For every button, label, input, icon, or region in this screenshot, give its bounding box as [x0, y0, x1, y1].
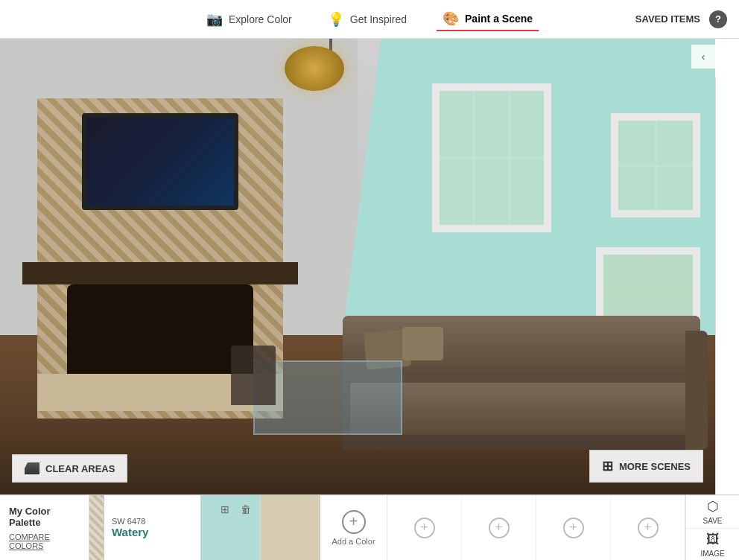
- save-icon: ⬡: [707, 498, 719, 515]
- palette-label-area: My Color Palette COMPARE COLORS: [0, 495, 89, 560]
- throw-pillow: [402, 327, 443, 360]
- swatch-info-panel: SW 6478 Watery ⊞ 🗑: [104, 495, 200, 560]
- palette-right-buttons: ⬡ SAVE 🖼 IMAGE: [685, 495, 739, 560]
- palette-icon: 🎨: [443, 10, 459, 27]
- window-pane: [475, 159, 508, 225]
- window-pane: [650, 255, 694, 291]
- window-center: [432, 83, 551, 232]
- nav-inspired[interactable]: 💡 Get Inspired: [322, 8, 413, 31]
- clear-areas-label: CLEAR AREAS: [45, 463, 115, 474]
- compare-colors-link[interactable]: COMPARE COLORS: [9, 532, 80, 550]
- fireplace-mantel: [22, 262, 298, 284]
- image-icon: 🖼: [706, 532, 720, 547]
- room-background[interactable]: CLEAR AREAS ⊞ MORE SCENES: [0, 39, 715, 494]
- palette-action-buttons: [715, 77, 739, 560]
- empty-plus-icon-4: +: [638, 518, 659, 538]
- sidebar-swatches: ‹: [691, 39, 715, 494]
- nav-inspired-label: Get Inspired: [350, 13, 407, 25]
- window-pane: [475, 91, 508, 156]
- save-button[interactable]: ⬡ SAVE: [686, 495, 739, 529]
- save-label: SAVE: [703, 517, 723, 525]
- camera-icon: 📷: [206, 11, 223, 28]
- window-pane: [440, 159, 472, 225]
- more-scenes-button[interactable]: ⊞ MORE SCENES: [589, 450, 703, 483]
- nav-explore[interactable]: 📷 Explore Color: [200, 8, 298, 31]
- clear-areas-button[interactable]: CLEAR AREAS: [12, 454, 127, 483]
- empty-plus-icon-2: +: [489, 518, 510, 538]
- empty-plus-icon-1: +: [414, 518, 435, 538]
- empty-swatch-4[interactable]: +: [611, 495, 685, 560]
- nav-paint-label: Paint a Scene: [465, 13, 533, 25]
- window-pane: [657, 121, 694, 165]
- add-color-label: Add a Color: [332, 537, 375, 546]
- tv-screen: [86, 118, 234, 206]
- chair: [231, 346, 276, 405]
- nav-explore-label: Explore Color: [229, 13, 292, 25]
- image-label: IMAGE: [700, 550, 724, 558]
- bulb-icon: 💡: [328, 11, 344, 28]
- main-area: CLEAR AREAS ⊞ MORE SCENES ‹: [0, 39, 739, 560]
- add-color-icon: +: [342, 510, 366, 534]
- window-pane: [440, 91, 472, 156]
- app-header: 📷 Explore Color 💡 Get Inspired 🎨 Paint a…: [0, 0, 739, 39]
- fireplace-opening: [67, 284, 253, 374]
- swatch-grid-button[interactable]: ⊞: [217, 501, 233, 518]
- saved-items-button[interactable]: SAVED ITEMS: [635, 13, 700, 25]
- chandelier: [285, 46, 344, 91]
- empty-swatch-2[interactable]: +: [462, 495, 536, 560]
- window-pane: [618, 167, 655, 211]
- swatch-code: SW 6478: [112, 517, 193, 526]
- window-pane: [657, 167, 694, 211]
- scene-area: CLEAR AREAS ⊞ MORE SCENES ‹: [0, 39, 715, 494]
- empty-swatch-1[interactable]: +: [387, 495, 462, 560]
- image-button[interactable]: 🖼 IMAGE: [686, 529, 739, 561]
- empty-plus-icon-3: +: [563, 518, 584, 538]
- palette-section: My Color Palette COMPARE COLORS SW 6478 …: [0, 494, 739, 560]
- palette-stripe-indicator: [89, 495, 104, 560]
- palette-title: My Color Palette: [9, 506, 80, 528]
- window-right-top: [611, 113, 700, 217]
- main-nav: 📷 Explore Color 💡 Get Inspired 🎨 Paint a…: [200, 7, 539, 31]
- scenes-icon: ⊞: [602, 458, 613, 474]
- eraser-icon: [25, 462, 39, 474]
- help-button[interactable]: ?: [709, 10, 727, 28]
- swatch-name: Watery: [112, 526, 193, 538]
- swatch-actions: ⊞ 🗑: [217, 501, 254, 518]
- add-color-cell[interactable]: + Add a Color: [320, 495, 387, 560]
- active-swatch-wrapper: SW 6478 Watery ⊞ 🗑: [104, 495, 261, 560]
- palette-swatch-tan[interactable]: [261, 495, 320, 560]
- header-right: SAVED ITEMS ?: [635, 10, 727, 28]
- nav-paint[interactable]: 🎨 Paint a Scene: [437, 7, 539, 31]
- window-pane: [511, 159, 544, 225]
- more-scenes-label: MORE SCENES: [619, 461, 691, 472]
- window-pane: [618, 121, 655, 165]
- television: [82, 113, 238, 210]
- window-pane: [511, 91, 544, 156]
- swatch-delete-button[interactable]: 🗑: [238, 501, 254, 518]
- coffee-table: [253, 360, 402, 435]
- empty-swatch-3[interactable]: +: [536, 495, 611, 560]
- back-arrow-button[interactable]: ‹: [691, 45, 715, 69]
- window-pane: [603, 255, 647, 291]
